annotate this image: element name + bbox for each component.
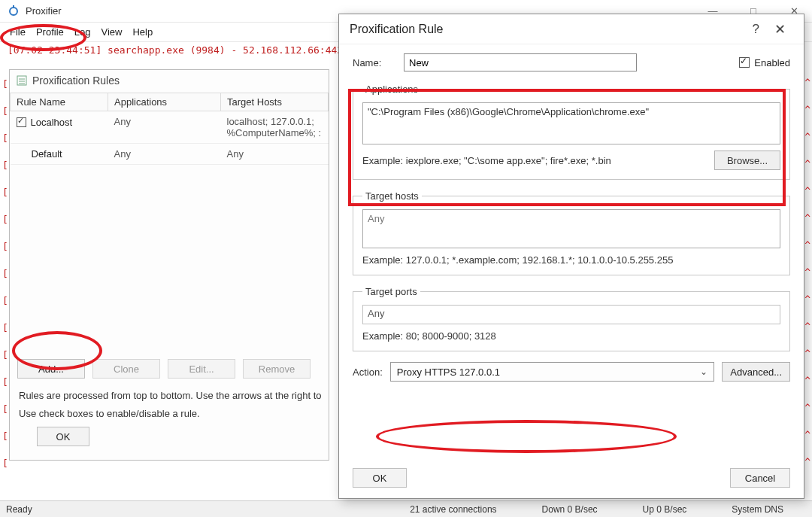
action-combobox[interactable]: Proxy HTTPS 127.0.0.1 ⌄ — [390, 362, 715, 382]
remove-button[interactable]: Remove — [243, 359, 311, 379]
action-value: Proxy HTTPS 127.0.0.1 — [397, 366, 500, 378]
ports-legend: Target ports — [362, 286, 420, 297]
hosts-input[interactable]: Any — [362, 209, 780, 248]
hosts-example: Example: 127.0.0.1; *.example.com; 192.1… — [362, 254, 673, 266]
hosts-legend: Target hosts — [362, 190, 422, 202]
menu-help[interactable]: Help — [127, 24, 158, 40]
rule-hosts: localhost; 127.0.0.1; %ComputerName%; : — [221, 111, 329, 144]
enabled-label: Enabled — [754, 57, 790, 68]
target-hosts-group: Target hosts Any Example: 127.0.0.1; *.e… — [353, 190, 790, 275]
table-row[interactable]: Default Any Any — [11, 144, 329, 165]
annotation-chevrons: ^^^^^^^^^^^^^^^ — [804, 69, 810, 476]
browse-button[interactable]: Browse... — [714, 151, 780, 170]
rules-panel: Proxification Rules Rule Name Applicatio… — [9, 69, 329, 461]
rules-col-apps[interactable]: Applications — [108, 93, 221, 111]
add-button[interactable]: Add... — [17, 359, 85, 379]
rule-checkbox[interactable] — [17, 117, 26, 127]
rules-table: Rule Name Applications Target Hosts Loca… — [10, 93, 329, 285]
applications-example: Example: iexplore.exe; "C:\some app.exe"… — [362, 155, 611, 166]
status-down: Down 0 B/sec — [520, 504, 620, 515]
menu-file[interactable]: File — [5, 24, 31, 40]
rule-name: Default — [32, 148, 62, 160]
status-dns: System DNS — [709, 504, 806, 515]
status-ready: Ready — [6, 504, 32, 515]
rule-hosts: Any — [221, 144, 329, 165]
proxification-rule-dialog: Proxification Rule ? ✕ Name: Enabled App… — [338, 14, 804, 499]
dialog-ok-button[interactable]: OK — [353, 468, 407, 488]
rules-col-hosts[interactable]: Target Hosts — [221, 93, 329, 111]
rules-icon — [16, 75, 28, 87]
chevron-down-icon: ⌄ — [700, 366, 707, 377]
app-logo-icon — [8, 5, 20, 17]
menu-view[interactable]: View — [96, 24, 128, 40]
ports-example: Example: 80; 8000-9000; 3128 — [362, 330, 496, 342]
rules-panel-title: Proxification Rules — [10, 70, 329, 93]
menu-log[interactable]: Log — [69, 24, 96, 40]
rule-apps: Any — [108, 111, 221, 144]
rule-name: Localhost — [31, 117, 73, 128]
dialog-title: Proxification Rule — [350, 23, 444, 36]
action-label: Action: — [353, 366, 383, 378]
advanced-button[interactable]: Advanced... — [722, 362, 790, 382]
status-up: Up 0 B/sec — [620, 504, 710, 515]
enabled-checkbox[interactable] — [739, 57, 750, 68]
table-row[interactable]: Localhost Any localhost; 127.0.0.1; %Com… — [11, 111, 329, 144]
dialog-help-button[interactable]: ? — [745, 22, 767, 37]
status-bar: Ready 21 active connections Down 0 B/sec… — [0, 500, 812, 517]
target-ports-group: Target ports Any Example: 80; 8000-9000;… — [353, 286, 790, 351]
edit-button[interactable]: Edit... — [168, 359, 235, 379]
clone-button[interactable]: Clone — [92, 359, 160, 379]
rules-ok-button[interactable]: OK — [37, 427, 89, 446]
name-input[interactable] — [404, 53, 637, 71]
ports-input[interactable]: Any — [362, 305, 780, 324]
svg-point-0 — [10, 8, 17, 15]
rules-title-text: Proxification Rules — [32, 75, 120, 87]
menu-profile[interactable]: Profile — [31, 24, 69, 40]
rules-col-name[interactable]: Rule Name — [11, 93, 108, 111]
applications-input[interactable]: "C:\Program Files (x86)\Google\Chrome\Ap… — [362, 102, 780, 144]
rules-info-1: Rules are processed from top to bottom. … — [19, 387, 321, 404]
status-connections: 21 active connections — [387, 504, 519, 515]
rule-apps: Any — [108, 144, 221, 165]
dialog-close-button[interactable]: ✕ — [767, 21, 793, 38]
log-brackets: [[[[[[[[[[[[[[[ — [2, 71, 8, 477]
applications-group: Applications "C:\Program Files (x86)\Goo… — [353, 84, 790, 180]
app-title: Proxifier — [26, 5, 62, 17]
rules-info-2: Use check boxes to enable/disable a rule… — [19, 405, 321, 422]
applications-legend: Applications — [362, 84, 421, 95]
name-label: Name: — [353, 57, 395, 68]
dialog-cancel-button[interactable]: Cancel — [730, 468, 790, 488]
